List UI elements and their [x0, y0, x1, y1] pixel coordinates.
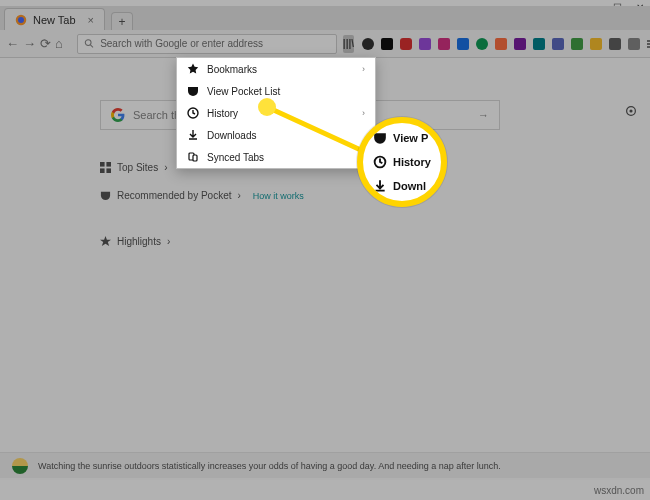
svg-point-2 — [85, 40, 91, 46]
tab-title: New Tab — [33, 14, 76, 26]
zoom-history-label: History — [393, 156, 431, 168]
pocket-icon — [373, 131, 387, 145]
ext-icon-12[interactable] — [571, 38, 583, 50]
svg-rect-12 — [106, 168, 111, 173]
ext-icon-6[interactable] — [457, 38, 469, 50]
ext-icon-7[interactable] — [476, 38, 488, 50]
chevron-right-icon: › — [238, 190, 241, 201]
chevron-right-icon: › — [167, 236, 170, 247]
recommended-section[interactable]: Recommended by Pocket › How it works — [100, 190, 304, 201]
new-tab-button[interactable]: + — [111, 12, 133, 30]
snippet-bar: Watching the sunrise outdoors statistica… — [0, 452, 650, 478]
ext-icon-15[interactable] — [628, 38, 640, 50]
ext-icon-8[interactable] — [495, 38, 507, 50]
zoom-row-pocket: View P — [373, 131, 441, 145]
ext-icon-14[interactable] — [609, 38, 621, 50]
highlights-section[interactable]: Highlights › — [100, 236, 170, 247]
back-button[interactable]: ← — [6, 36, 19, 52]
ext-icon-2[interactable] — [381, 38, 393, 50]
svg-rect-11 — [100, 168, 105, 173]
zoom-downloads-label: Downl — [393, 180, 426, 192]
address-bar[interactable] — [77, 34, 337, 54]
top-sites-section[interactable]: Top Sites › — [100, 162, 167, 173]
browser-window: — ☐ ✕ New Tab × + ← → ⟳ ⌂ |||\ — [0, 0, 650, 500]
chevron-right-icon: › — [362, 64, 365, 74]
chevron-right-icon: › — [164, 162, 167, 173]
highlights-label: Highlights — [117, 236, 161, 247]
menu-history[interactable]: History › — [177, 102, 375, 124]
search-icon — [84, 38, 94, 49]
menu-bookmarks-label: Bookmarks — [207, 64, 257, 75]
topsites-icon — [100, 162, 111, 173]
snippet-text: Watching the sunrise outdoors statistica… — [38, 461, 501, 471]
svg-point-1 — [18, 17, 24, 23]
watermark: wsxdn.com — [594, 485, 644, 496]
ext-icon-4[interactable] — [419, 38, 431, 50]
web-search-go-button[interactable]: → — [478, 109, 489, 121]
tab-strip: New Tab × + — [0, 6, 650, 30]
tab-newtab[interactable]: New Tab × — [4, 8, 105, 30]
zoom-row-downloads: Downl — [373, 179, 441, 193]
clock-icon — [187, 107, 199, 119]
menu-downloads[interactable]: Downloads — [177, 124, 375, 146]
ext-icon-10[interactable] — [533, 38, 545, 50]
customize-button[interactable] — [624, 104, 638, 118]
download-icon — [373, 179, 387, 193]
home-button[interactable]: ⌂ — [55, 36, 63, 52]
google-icon — [111, 108, 125, 122]
pocket-icon — [187, 85, 199, 97]
library-menu: Bookmarks › View Pocket List History › D… — [176, 57, 376, 169]
ext-icon-9[interactable] — [514, 38, 526, 50]
clock-icon — [373, 155, 387, 169]
zoom-pocket-label: View P — [393, 132, 428, 144]
ext-icon-1[interactable] — [362, 38, 374, 50]
menu-bookmarks[interactable]: Bookmarks › — [177, 58, 375, 80]
svg-rect-10 — [106, 162, 111, 167]
extension-icons — [362, 38, 650, 50]
chevron-right-icon: › — [362, 108, 365, 118]
ext-icon-13[interactable] — [590, 38, 602, 50]
reload-button[interactable]: ⟳ — [40, 36, 51, 52]
tab-close-button[interactable]: × — [88, 14, 94, 26]
ext-icon-5[interactable] — [438, 38, 450, 50]
forward-button[interactable]: → — [23, 36, 36, 52]
highlight-dot — [258, 98, 276, 116]
menu-pocket[interactable]: View Pocket List — [177, 80, 375, 102]
sunrise-icon — [12, 458, 28, 474]
menu-pocket-label: View Pocket List — [207, 86, 280, 97]
top-sites-label: Top Sites — [117, 162, 158, 173]
pocket-icon — [100, 190, 111, 201]
menu-synced-label: Synced Tabs — [207, 152, 264, 163]
navigation-toolbar: ← → ⟳ ⌂ |||\ — [0, 30, 650, 58]
ext-icon-11[interactable] — [552, 38, 564, 50]
download-icon — [187, 129, 199, 141]
svg-line-3 — [90, 45, 93, 48]
svg-rect-9 — [100, 162, 105, 167]
menu-synced-tabs[interactable]: Synced Tabs — [177, 146, 375, 168]
zoom-callout: View P History Downl — [357, 117, 447, 207]
how-it-works-link[interactable]: How it works — [253, 191, 304, 201]
recommended-label: Recommended by Pocket — [117, 190, 232, 201]
highlights-icon — [100, 236, 111, 247]
library-button[interactable]: |||\ — [343, 35, 354, 53]
ext-icon-3[interactable] — [400, 38, 412, 50]
menu-downloads-label: Downloads — [207, 130, 256, 141]
star-icon — [187, 63, 199, 75]
zoom-row-history: History — [373, 155, 441, 169]
svg-point-8 — [629, 109, 632, 112]
firefox-icon — [15, 14, 27, 26]
svg-rect-15 — [193, 155, 197, 161]
address-input[interactable] — [100, 38, 330, 49]
sync-icon — [187, 151, 199, 163]
menu-history-label: History — [207, 108, 238, 119]
